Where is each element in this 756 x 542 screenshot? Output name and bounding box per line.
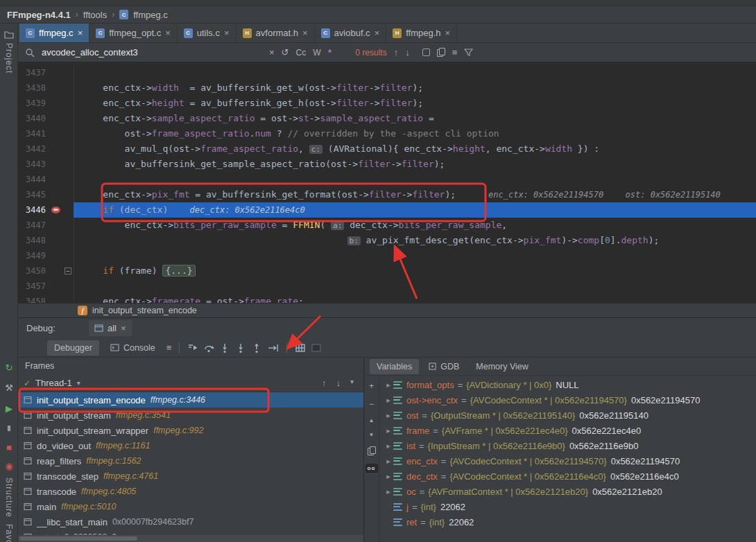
breakpoint-gutter[interactable] (49, 294, 64, 303)
pause-icon[interactable]: Ⅱ (0, 423, 18, 433)
whole-words-toggle[interactable]: W (313, 48, 320, 58)
variable-row[interactable]: ▸ ost = {OutputStream * | 0x562e21195140… (379, 408, 756, 423)
step-out-icon[interactable] (251, 342, 263, 353)
breakpoint-gutter[interactable] (49, 80, 64, 96)
fold-gutter[interactable]: − (64, 233, 74, 248)
fold-gutter[interactable]: − (64, 187, 74, 202)
editor-tab[interactable]: C ffmpeg.c × (19, 24, 89, 42)
filter-icon[interactable] (464, 49, 473, 57)
breakpoint-gutter[interactable] (49, 96, 64, 111)
variable-row[interactable]: ▸ enc_ctx = {AVCodecContext * | 0x562e21… (379, 453, 756, 469)
editor-tab[interactable]: C aviobuf.c × (315, 24, 387, 42)
code-text[interactable]: av_buffersink_get_sample_aspect_ratio(os… (74, 157, 756, 172)
frames-options-icon[interactable]: ▾ (350, 378, 354, 388)
expand-chevron-icon[interactable]: ▸ (384, 472, 393, 481)
expand-chevron-icon[interactable]: ▸ (384, 426, 393, 435)
fold-gutter[interactable]: − (64, 80, 74, 96)
open-in-find-window-icon[interactable] (437, 48, 445, 57)
code-text[interactable] (74, 248, 756, 263)
show-execution-point-icon[interactable] (187, 342, 199, 353)
stop-icon[interactable]: ■ (0, 443, 18, 453)
build-icon[interactable]: ⚒ (0, 383, 18, 393)
variable-row[interactable]: ▸ j = {int} 22062 (379, 499, 756, 514)
expand-chevron-icon[interactable]: ▸ (384, 487, 393, 496)
code-text[interactable]: if (dec_ctx) dec_ctx: 0x562e2116e4c0 (74, 202, 756, 218)
thread-dropdown-icon[interactable]: ▾ (77, 379, 80, 387)
breadcrumb-folder[interactable]: fftools (83, 10, 107, 20)
tab-gdb[interactable]: GDB (422, 359, 466, 374)
tab-console[interactable]: Console (103, 340, 162, 356)
expand-chevron-icon[interactable]: ▸ (384, 411, 393, 420)
editor-tab[interactable]: H avformat.h × (237, 24, 315, 42)
frame-down-icon[interactable]: ↓ (336, 378, 341, 388)
variable-row[interactable]: ▸ format_opts = {AVDictionary * | 0x0} N… (379, 377, 756, 392)
resume-icon[interactable]: ▶ (0, 404, 18, 414)
step-over-icon[interactable] (203, 342, 215, 353)
fold-gutter[interactable]: − (64, 141, 74, 157)
thread-selector[interactable]: ✓ Thread-1 ▾ ↑ ↓ ▾ (18, 374, 363, 392)
editor-tab[interactable]: H ffmpeg.h × (386, 24, 457, 42)
fold-gutter[interactable]: − (64, 202, 74, 218)
expand-chevron-icon[interactable]: ▸ (384, 381, 393, 390)
breakpoint-gutter[interactable] (49, 157, 64, 172)
debug-session-tab[interactable]: all × (89, 320, 132, 336)
tool-window-structure[interactable]: Structure (0, 478, 18, 518)
search-input[interactable] (42, 47, 262, 58)
code-text[interactable]: enc_ctx->width = av_buffersink_get_w(ost… (74, 80, 756, 96)
clear-search-icon[interactable]: × (269, 47, 275, 58)
variable-row[interactable]: ▸ ost->enc_ctx = {AVCodecContext * | 0x5… (379, 392, 756, 408)
show-watches-icon[interactable]: oo (366, 464, 378, 473)
stack-frame-row[interactable]: __libc_start_main 0x00007fb294623bf7 (18, 514, 363, 530)
view-breakpoints-icon[interactable]: ◉ (0, 462, 18, 471)
code-text[interactable]: av_mul_q(ost->frame_aspect_ratio, c: (AV… (74, 141, 756, 157)
scrollbar-thumb[interactable] (19, 536, 137, 541)
tool-window-favorites[interactable]: Favorites (0, 524, 18, 542)
breadcrumb-file[interactable]: ffmpeg.c (133, 10, 168, 20)
fold-gutter[interactable]: − (64, 263, 74, 279)
grid-icon[interactable] (295, 342, 307, 353)
breakpoint-gutter[interactable] (49, 233, 64, 248)
remove-watch-icon[interactable]: − (369, 399, 374, 409)
breakpoint-gutter[interactable] (49, 65, 64, 80)
fold-gutter[interactable]: − (64, 96, 74, 111)
stack-frame-row[interactable]: do_video_out ffmpeg.c:1161 (18, 438, 363, 453)
editor-tab[interactable]: C ffmpeg_opt.c × (89, 24, 178, 42)
search-history-icon[interactable]: ↺ (282, 47, 289, 58)
fold-gutter[interactable]: − (64, 111, 74, 126)
move-up-icon[interactable]: ▲ (369, 417, 375, 423)
code-text[interactable] (74, 279, 756, 294)
close-tab-icon[interactable]: × (224, 28, 230, 37)
close-tab-icon[interactable]: × (302, 28, 308, 37)
tool-window-project[interactable]: Project (0, 30, 18, 73)
fold-gutter[interactable]: − (64, 248, 74, 263)
breakpoint-gutter[interactable] (49, 202, 64, 218)
breakpoint-gutter[interactable] (49, 279, 64, 294)
tab-variables[interactable]: Variables (370, 359, 419, 374)
tab-debugger[interactable]: Debugger (47, 340, 99, 356)
frame-up-icon[interactable]: ↑ (322, 378, 327, 388)
variable-row[interactable]: ▸ ret = {int} 22062 (379, 514, 756, 530)
current-function-name[interactable]: init_output_stream_encode (92, 306, 197, 315)
breadcrumb-project[interactable]: FFmpeg-n4.4.1 (7, 10, 71, 20)
fold-gutter[interactable]: − (64, 294, 74, 303)
code-text[interactable]: enc_ctx->bits_per_raw_sample = FFMIN( a:… (74, 218, 756, 233)
code-text[interactable]: b: av_pix_fmt_desc_get(enc_ctx->pix_fmt)… (74, 233, 756, 248)
stack-frame-row[interactable]: init_output_stream_wrapper ffmpeg.c:992 (18, 423, 363, 438)
code-text[interactable]: if (frame) {...} (74, 263, 756, 279)
expand-chevron-icon[interactable]: ▸ (384, 442, 393, 451)
code-text[interactable] (74, 172, 756, 187)
layout-options-icon[interactable]: ≡ (166, 342, 172, 353)
stack-frame-row[interactable]: init_output_stream_encode ffmpeg.c:3446 (18, 392, 363, 408)
variable-row[interactable]: ▸ oc = {AVFormatContext * | 0x562e2121eb… (379, 484, 756, 499)
breakpoint-gutter[interactable] (49, 218, 64, 233)
fold-gutter[interactable]: − (64, 172, 74, 187)
fold-gutter[interactable]: − (64, 126, 74, 141)
breakpoint-gutter[interactable] (49, 187, 64, 202)
breakpoint-gutter[interactable] (49, 141, 64, 157)
breakpoint-gutter[interactable] (49, 111, 64, 126)
code-text[interactable]: enc_ctx->height = av_buffersink_get_h(os… (74, 96, 756, 111)
match-case-toggle[interactable]: Cc (296, 48, 307, 58)
memory-view-icon[interactable] (311, 342, 323, 353)
breakpoint-gutter[interactable] (49, 248, 64, 263)
code-text[interactable]: enc_ctx->sample_aspect_ratio = ost->st->… (74, 111, 756, 126)
